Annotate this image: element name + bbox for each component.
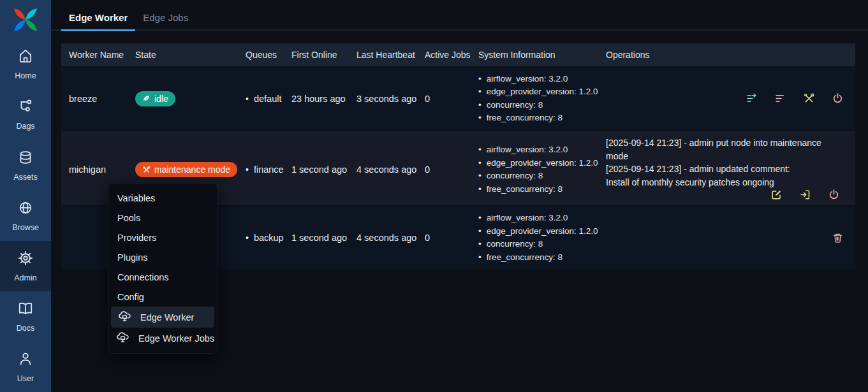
queue-name: backup	[254, 233, 284, 243]
table-row: breeze idle • default 23 hours ago 3 sec…	[61, 66, 855, 129]
first-online: 23 hours ago	[284, 94, 349, 104]
gear-icon	[17, 250, 34, 269]
sidebar-item-docs[interactable]: Docs	[0, 291, 51, 342]
status-badge-idle: idle	[135, 91, 175, 106]
sidebar-item-assets[interactable]: Assets	[0, 140, 51, 190]
menu-item-connections[interactable]: Connections	[108, 267, 217, 287]
sidebar-item-label: Docs	[17, 324, 34, 333]
shutdown-worker-button[interactable]	[832, 92, 844, 105]
menu-item-edge-worker-jobs[interactable]: Edge Worker Jobs	[108, 328, 217, 349]
sidebar-item-browse[interactable]: Browse	[0, 191, 51, 241]
home-icon	[17, 48, 34, 67]
sidebar-item-label: User	[17, 374, 34, 383]
active-jobs: 0	[417, 94, 471, 104]
operations-buttons	[606, 189, 844, 201]
add-queue-button[interactable]	[746, 92, 758, 105]
crossed-tools-icon	[142, 166, 151, 174]
state-cell: maintenance mode	[128, 162, 238, 177]
dags-icon	[17, 98, 34, 117]
airflow-logo[interactable]	[0, 0, 51, 39]
sysinfo-line: airflow_version: 3.2.0	[478, 212, 598, 225]
system-information-cell: airflow_version: 3.2.0 edge_provider_ver…	[471, 212, 598, 264]
operations-cell: [2025-09-14 21:23] - admin put node into…	[598, 131, 855, 208]
menu-item-plugins[interactable]: Plugins	[108, 247, 217, 267]
shutdown-worker-button[interactable]	[828, 189, 840, 201]
col-operations: Operations	[598, 50, 855, 60]
first-online: 1 second ago	[284, 233, 349, 243]
admin-menu: Variables Pools Providers Plugins Connec…	[108, 183, 217, 354]
state-cell: idle	[128, 91, 238, 106]
queue-name: default	[254, 94, 282, 104]
operations-cell	[598, 207, 855, 269]
sidebar-item-admin[interactable]: Admin	[0, 241, 51, 291]
queue-bullet: •	[246, 164, 249, 175]
worker-name: michigan	[61, 164, 128, 175]
first-online: 1 second ago	[284, 164, 349, 175]
remove-queue-button[interactable]	[774, 92, 786, 105]
sysinfo-line: airflow_version: 3.2.0	[478, 73, 598, 86]
sidebar-item-label: Dags	[16, 122, 34, 131]
add-queue-icon	[746, 92, 758, 105]
sidebar-item-label: Assets	[13, 173, 38, 182]
edge-worker-icon	[115, 330, 130, 347]
col-system-information: System Information	[471, 50, 598, 60]
main-content: Edge Worker Edge Jobs Worker Name State …	[51, 0, 868, 392]
operations-cell	[598, 68, 855, 129]
queue-name: finance	[254, 164, 284, 175]
maintenance-comment-line: [2025-09-14 21:23] - admin updated comme…	[606, 163, 844, 176]
queues-cell: • finance	[238, 164, 284, 175]
queues-cell: • backup	[238, 233, 284, 243]
request-maintenance-button[interactable]	[803, 92, 815, 105]
trash-icon	[832, 232, 844, 244]
status-badge-maintenance: maintenance mode	[135, 162, 237, 177]
edit-maintenance-comment-button[interactable]	[770, 189, 783, 201]
leaf-icon	[142, 94, 151, 103]
queues-cell: • default	[238, 94, 284, 104]
sidebar-item-home[interactable]: Home	[0, 39, 51, 89]
last-heartbeat: 3 seconds ago	[349, 94, 417, 104]
sysinfo-line: airflow_version: 3.2.0	[478, 143, 598, 157]
browse-icon	[17, 200, 34, 219]
col-state: State	[128, 50, 238, 60]
delete-worker-button[interactable]	[832, 232, 844, 244]
sysinfo-line: edge_provider_version: 1.2.0	[478, 157, 598, 170]
active-jobs: 0	[417, 164, 471, 175]
sysinfo-line: edge_provider_version: 1.2.0	[478, 225, 598, 238]
last-heartbeat: 4 seconds ago	[349, 233, 417, 243]
status-label: maintenance mode	[154, 164, 230, 175]
power-icon	[832, 92, 844, 105]
crossed-tools-icon	[803, 92, 815, 105]
col-active-jobs: Active Jobs	[417, 50, 471, 60]
menu-item-config[interactable]: Config	[108, 287, 217, 307]
sysinfo-line: free_concurrency: 8	[478, 251, 598, 265]
docs-icon	[17, 300, 34, 319]
queue-bullet: •	[246, 233, 249, 243]
sidebar-item-user[interactable]: User	[0, 342, 51, 392]
sysinfo-line: free_concurrency: 8	[478, 112, 598, 125]
menu-item-variables[interactable]: Variables	[108, 188, 217, 208]
tab-bar: Edge Worker Edge Jobs	[51, 0, 868, 31]
col-last-heartbeat: Last Heartbeat	[349, 50, 417, 60]
tab-edge-jobs[interactable]: Edge Jobs	[135, 4, 196, 31]
menu-item-providers[interactable]: Providers	[108, 228, 217, 247]
tab-edge-worker[interactable]: Edge Worker	[61, 4, 135, 31]
sidebar-item-label: Browse	[12, 223, 39, 232]
sysinfo-line: concurrency: 8	[478, 238, 598, 251]
col-queues: Queues	[238, 50, 284, 60]
user-icon	[17, 351, 34, 370]
sidebar-item-dags[interactable]: Dags	[0, 89, 51, 140]
col-first-online: First Online	[284, 50, 349, 60]
last-heartbeat: 4 seconds ago	[349, 164, 417, 175]
assets-icon	[17, 149, 34, 168]
sysinfo-line: free_concurrency: 8	[478, 183, 598, 196]
sidebar-item-label: Home	[15, 71, 36, 80]
edit-icon	[770, 189, 783, 201]
menu-item-pools[interactable]: Pools	[108, 208, 217, 228]
queue-bullet: •	[246, 94, 249, 104]
exit-maintenance-button[interactable]	[799, 189, 811, 201]
power-icon	[828, 189, 840, 201]
menu-item-edge-worker[interactable]: Edge Worker	[111, 307, 214, 328]
airflow-pinwheel-icon	[12, 6, 39, 33]
exit-maintenance-icon	[799, 189, 811, 201]
status-label: idle	[154, 94, 168, 104]
